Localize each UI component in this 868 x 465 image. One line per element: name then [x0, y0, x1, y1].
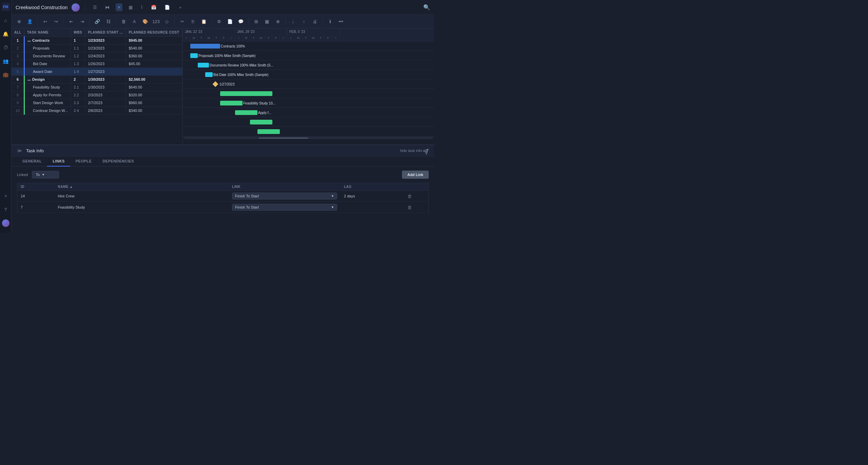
hide-task-info-btn[interactable]: hide task info: [400, 149, 422, 153]
gantt-bar[interactable]: [220, 101, 243, 105]
link-type-cell[interactable]: Finish To Start ▼: [229, 191, 341, 202]
linked-direction-dropdown[interactable]: To ▼: [32, 171, 59, 178]
outdent-btn[interactable]: ⇤: [66, 17, 76, 26]
undo-btn[interactable]: ↩: [40, 17, 50, 26]
indent-btn[interactable]: ⇥: [77, 17, 87, 26]
zoom-btn[interactable]: ⊕: [273, 17, 283, 26]
links-col-id[interactable]: ID: [17, 183, 55, 191]
tab-people[interactable]: PEOPLE: [70, 156, 97, 167]
gantt-view-icon[interactable]: ≡: [116, 3, 122, 11]
calendar-view-icon[interactable]: 📅: [149, 3, 158, 11]
info-btn[interactable]: ℹ: [325, 17, 335, 26]
clock-icon[interactable]: ⏱: [2, 43, 10, 52]
link-type-dropdown[interactable]: Finish To Start ▼: [232, 204, 337, 211]
task-name-cell[interactable]: Start Design Work: [24, 99, 71, 107]
add-task-btn[interactable]: ⊕: [14, 17, 24, 26]
tool1-btn[interactable]: ⚙: [214, 17, 224, 26]
delete-link-btn[interactable]: 🗑: [406, 193, 413, 199]
wave-view-icon[interactable]: ⌇: [139, 3, 145, 11]
gantt-bar[interactable]: [205, 72, 213, 77]
table-view-icon[interactable]: ▦: [127, 3, 135, 11]
cut-btn[interactable]: ✂: [177, 17, 187, 26]
paint-btn[interactable]: 🎨: [140, 17, 150, 26]
briefcase-icon[interactable]: 💼: [2, 71, 10, 79]
expand-icon[interactable]: ▬: [27, 39, 31, 42]
list-view-icon[interactable]: ☰: [91, 3, 99, 11]
expand-icon[interactable]: ▬: [27, 78, 31, 81]
task-name-cell[interactable]: Apply for Permits: [24, 91, 71, 99]
send-icon[interactable]: [423, 149, 429, 156]
links-col-link[interactable]: LINK: [229, 183, 341, 191]
tab-general[interactable]: GENERAL: [17, 156, 47, 167]
col-cost[interactable]: PLANNED RESOURCE COST: [126, 28, 182, 37]
delete-btn[interactable]: 🗑: [119, 17, 128, 26]
home-icon[interactable]: ⌂: [2, 16, 10, 24]
gantt-scrollbar[interactable]: [183, 136, 434, 139]
link-delete-cell[interactable]: 🗑: [403, 191, 428, 202]
share-btn[interactable]: ↑: [299, 17, 309, 26]
redo-btn[interactable]: ↪: [51, 17, 61, 26]
gantt-scrollbar-thumb[interactable]: [259, 137, 309, 139]
copy-btn[interactable]: ⎘: [188, 17, 198, 26]
tab-links[interactable]: LINKS: [47, 156, 70, 167]
gantt-bar-label: Feasibility Study 10...: [243, 101, 275, 105]
chart-view-icon[interactable]: ⧓: [103, 3, 112, 11]
links-col-name[interactable]: NAME ▲: [55, 183, 229, 191]
gantt-bar[interactable]: [257, 129, 280, 134]
day-s6: S: [332, 35, 340, 41]
col-start[interactable]: PLANNED START ...: [85, 28, 126, 37]
pm-logo-icon[interactable]: PM: [2, 3, 10, 11]
tab-dependencies[interactable]: DEPENDENCIES: [97, 156, 139, 167]
team-icon[interactable]: 👥: [2, 57, 10, 65]
start-date-cell: 2/8/2023: [85, 107, 126, 115]
text-format-btn[interactable]: A: [130, 17, 139, 26]
task-name-cell[interactable]: Award Date: [24, 68, 71, 76]
paste-btn[interactable]: 📋: [199, 17, 209, 26]
doc-view-icon[interactable]: 📄: [162, 3, 172, 11]
links-col-lag[interactable]: LAG: [341, 183, 403, 191]
task-name-cell[interactable]: Documents Review: [24, 52, 71, 60]
hash-btn[interactable]: 123: [151, 17, 161, 26]
export-btn[interactable]: ↓: [288, 17, 298, 26]
link-type-cell[interactable]: Finish To Start ▼: [229, 202, 341, 213]
unlink-btn[interactable]: ⛓: [103, 17, 113, 26]
add-view-icon[interactable]: ＋: [176, 3, 185, 12]
diamond-btn[interactable]: ◇: [162, 17, 172, 26]
user-avatar[interactable]: [2, 219, 10, 227]
print-btn[interactable]: 🖨: [310, 17, 320, 26]
col-taskname[interactable]: TASK NAME: [24, 28, 71, 37]
add-link-button[interactable]: Add Link: [402, 171, 429, 179]
link-delete-cell[interactable]: 🗑: [403, 202, 428, 213]
col-all[interactable]: ALL: [12, 28, 24, 37]
notifications-icon[interactable]: 🔔: [2, 30, 10, 38]
linked-label: Linked: [17, 173, 28, 177]
search-icon[interactable]: 🔍: [423, 4, 430, 11]
gantt-bar[interactable]: [190, 44, 220, 49]
gantt-bar[interactable]: [190, 53, 198, 58]
task-name-cell[interactable]: Continue Design W...: [24, 107, 71, 115]
task-table: ALL TASK NAME WBS PLANNED START ... PLAN…: [12, 28, 183, 115]
add-sidebar-icon[interactable]: ＋: [2, 192, 10, 200]
add-person-btn[interactable]: 👤: [25, 17, 35, 26]
gantt-bar[interactable]: [235, 110, 257, 115]
split-btn[interactable]: ⊞: [251, 17, 261, 26]
table2-btn[interactable]: ▦: [262, 17, 272, 26]
doc2-btn[interactable]: 📄: [225, 17, 235, 26]
col-wbs[interactable]: WBS: [71, 28, 85, 37]
gantt-bar[interactable]: [250, 120, 272, 124]
gantt-bar[interactable]: [198, 63, 209, 67]
task-name-cell[interactable]: Bid Date: [24, 60, 71, 68]
link-btn[interactable]: 🔗: [93, 17, 102, 26]
more-btn[interactable]: •••: [336, 17, 346, 26]
task-name-cell[interactable]: Feasibility Study: [24, 83, 71, 91]
delete-link-btn[interactable]: 🗑: [406, 204, 413, 211]
gantt-bar[interactable]: [220, 91, 272, 96]
comment-btn[interactable]: 💬: [236, 17, 246, 26]
task-name-cell[interactable]: ▬ Contracts: [24, 37, 71, 44]
task-name-cell[interactable]: ▬ Design: [24, 76, 71, 83]
toolbar-sep-5: [174, 18, 175, 25]
help-icon[interactable]: ?: [2, 206, 10, 214]
double-chevron-down-icon[interactable]: ≫: [17, 148, 22, 153]
link-type-dropdown[interactable]: Finish To Start ▼: [232, 193, 337, 199]
task-name-cell[interactable]: Proposals: [24, 44, 71, 52]
